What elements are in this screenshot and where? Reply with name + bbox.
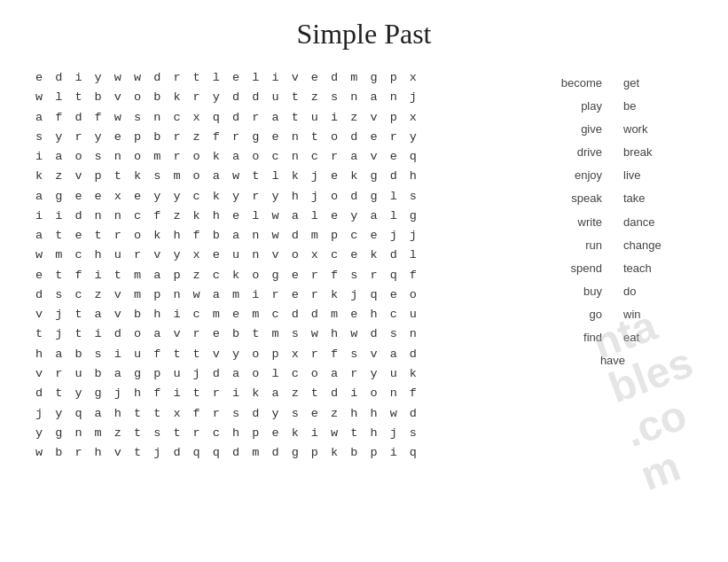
page-title: Simple Past: [27, 18, 701, 51]
content-area: e d i y w w d r t l e l i v e d m g p xw…: [27, 68, 701, 463]
grid-row: s y r y e p b r z f r g e n t o d e r y: [35, 128, 515, 147]
word-item: enjoy: [524, 165, 613, 186]
grid-row: e t f i t m a p z c k o g e r f s r q f: [35, 266, 515, 285]
grid-row: a f d f w s n c x q d r a t u i z v p x: [35, 108, 515, 128]
word-item: eat: [613, 327, 701, 348]
grid-row: i a o s n o m r o k a o c n c r a v e q: [35, 147, 515, 167]
word-item: win: [613, 304, 701, 325]
word-item: drive: [524, 142, 613, 163]
word-item: do: [613, 281, 701, 302]
grid-row: d s c z v m p n w a m i r e r k j q e o: [35, 285, 515, 305]
word-list: becomegetplaybegiveworkdrivebreakenjoyli…: [524, 68, 701, 463]
grid-row: t j t i d o a v r e b t m s w h w d s n: [35, 324, 515, 344]
grid-row: v r u b a g p u j d a o l c o a r y u k: [35, 364, 515, 384]
word-item: have: [524, 350, 701, 371]
word-item: run: [524, 235, 613, 256]
grid-row: v j t a v b h i c m e m c d d m e h c u: [35, 305, 515, 324]
grid-row: y g n m z t s t r c h p e k i w t h j s: [35, 424, 515, 443]
word-item: live: [613, 165, 701, 186]
grid-row: k z v p t k s m o a w t l k j e k g d h: [35, 167, 515, 186]
word-item: get: [613, 73, 701, 94]
grid-row: h a b s i u f t t v y o p x r f s v a d: [35, 345, 515, 364]
word-search-grid: e d i y w w d r t l e l i v e d m g p xw…: [27, 68, 515, 463]
grid-row: a g e e x e y y c k y r y h j o d g l s: [35, 187, 515, 207]
word-item: work: [613, 119, 701, 140]
word-item: take: [613, 188, 701, 209]
word-item: break: [613, 142, 701, 163]
grid-row: i i d n n c f z k h e l w a l e y a l g: [35, 207, 515, 226]
grid-row: w l t b v o b k r y d d u t z s n a n j: [35, 88, 515, 107]
word-item: go: [524, 304, 613, 325]
grid-row: a t e t r o k h f b a n w d m p c e j j: [35, 226, 515, 246]
word-item: play: [524, 96, 613, 117]
word-item: spend: [524, 258, 613, 279]
word-item: find: [524, 327, 613, 348]
word-item: buy: [524, 281, 613, 302]
word-item: speak: [524, 188, 613, 209]
grid-row: e d i y w w d r t l e l i v e d m g p x: [35, 68, 515, 88]
grid-row: d t y g j h f i t r i k a z t d i o n f: [35, 384, 515, 403]
page: Simple Past e d i y w w d r t l e l i v …: [0, 0, 728, 562]
word-item: be: [613, 96, 701, 117]
word-item: dance: [613, 212, 701, 233]
word-item: change: [613, 235, 701, 256]
word-item: become: [524, 73, 613, 94]
grid-row: w b r h v t j d q q d m d g p k b p i q: [35, 443, 515, 463]
word-item: give: [524, 119, 613, 140]
grid-row: j y q a h t t x f r s d y s e z h h w d: [35, 404, 515, 424]
word-item: write: [524, 212, 613, 233]
word-item: teach: [613, 258, 701, 279]
grid-row: w m c h u r v y x e u n v o x c e k d l: [35, 246, 515, 265]
